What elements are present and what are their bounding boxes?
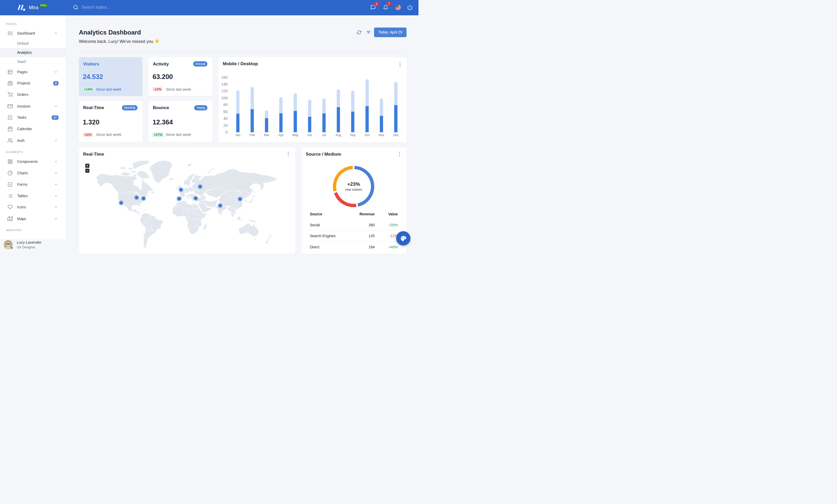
svg-text:Mar: Mar: [264, 133, 269, 137]
svg-text:140: 140: [221, 82, 228, 86]
svg-text:Nov: Nov: [379, 133, 384, 137]
svg-text:0: 0: [225, 130, 228, 134]
svg-text:40: 40: [223, 116, 228, 120]
svg-text:May: May: [292, 133, 298, 137]
svg-text:Oct: Oct: [365, 133, 370, 137]
svg-text:80: 80: [223, 102, 228, 107]
svg-text:60: 60: [223, 109, 228, 114]
svg-text:Apr: Apr: [279, 133, 283, 137]
svg-text:160: 160: [221, 75, 228, 79]
svg-text:Feb: Feb: [250, 133, 255, 137]
svg-text:Dec: Dec: [393, 133, 398, 137]
svg-text:Jun: Jun: [307, 133, 312, 137]
svg-text:Sep: Sep: [350, 133, 356, 137]
svg-text:Jan: Jan: [235, 133, 240, 137]
svg-text:20: 20: [223, 123, 228, 127]
svg-text:100: 100: [221, 96, 228, 100]
svg-text:120: 120: [221, 89, 228, 93]
svg-text:Jul: Jul: [322, 133, 326, 137]
svg-text:Aug: Aug: [336, 133, 341, 137]
